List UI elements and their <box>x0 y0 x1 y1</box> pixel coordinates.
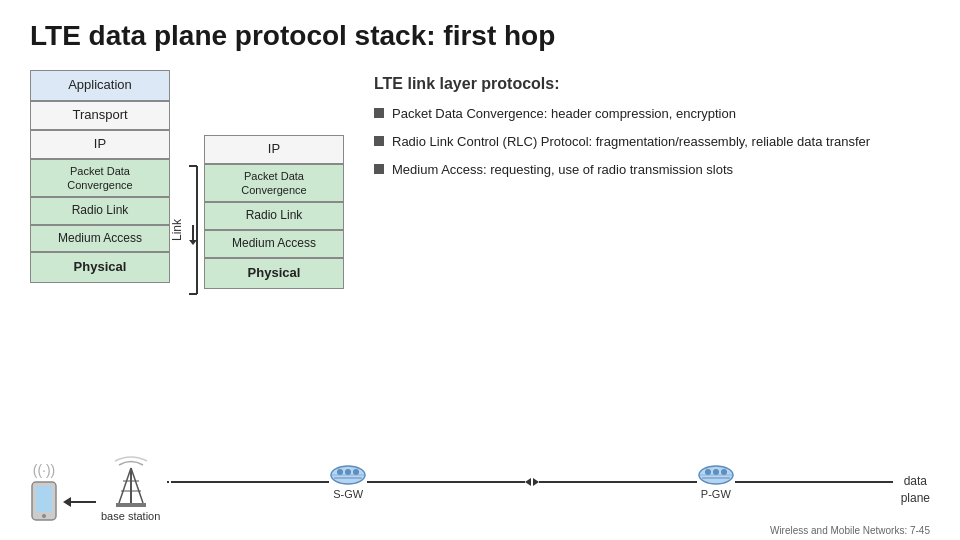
bottom-network: ((·)) <box>30 453 930 522</box>
tower-icon <box>111 453 151 508</box>
footer: Wireless and Mobile Networks: 7-45 <box>770 525 930 536</box>
svg-point-16 <box>345 469 351 475</box>
bullet-text-3: Medium Access: requesting, use of radio … <box>392 161 733 179</box>
bs-medium-access: Medium Access <box>204 230 344 258</box>
data-plane-label: dataplane <box>901 473 930 507</box>
svg-point-7 <box>42 514 46 518</box>
bs-physical: Physical <box>204 258 344 289</box>
ue-transport: Transport <box>30 101 170 130</box>
line2 <box>367 481 525 483</box>
data-plane-element: dataplane <box>901 473 930 507</box>
link-bracket-svg <box>187 165 199 295</box>
arrow-line <box>71 501 96 503</box>
stack-bs: IP Packet DataConvergence Radio Link Med… <box>204 135 344 289</box>
link-bracket-area: Link <box>170 165 204 295</box>
sgw-element: S-GW <box>329 464 367 500</box>
bullet-1: Packet Data Convergence: header compress… <box>374 105 930 123</box>
ue-medium-access: Medium Access <box>30 225 170 253</box>
bs-ip: IP <box>204 135 344 164</box>
ue-pdcp: Packet DataConvergence <box>30 159 170 198</box>
phone-icon <box>30 480 58 522</box>
page-title: LTE data plane protocol stack: first hop <box>30 20 930 52</box>
bullet-square-3 <box>374 164 384 174</box>
arrow-to-phone <box>63 497 96 507</box>
link-label: Link <box>170 219 184 241</box>
network-line: S-GW P-GW <box>165 464 892 500</box>
net-arrow-left <box>525 478 531 486</box>
wireless-signal: ((·)) <box>33 462 56 478</box>
pgw-element: P-GW <box>697 464 735 500</box>
bullet-text-2: Radio Link Control (RLC) Protocol: fragm… <box>392 133 870 151</box>
svg-line-10 <box>131 468 143 503</box>
pgw-icon <box>697 464 735 486</box>
slide: LTE data plane protocol stack: first hop… <box>0 0 960 540</box>
stack-bs-wrapper: IP Packet DataConvergence Radio Link Med… <box>204 70 344 289</box>
tower-element: base station <box>101 453 160 522</box>
svg-point-23 <box>721 469 727 475</box>
ue-physical: Physical <box>30 252 170 283</box>
pgw-label: P-GW <box>701 488 731 500</box>
bs-radio-link: Radio Link <box>204 202 344 230</box>
bullet-2: Radio Link Control (RLC) Protocol: fragm… <box>374 133 930 151</box>
phone-element: ((·)) <box>30 462 58 522</box>
dot1 <box>167 481 169 483</box>
content-area: Application Transport IP Packet DataConv… <box>30 70 930 295</box>
base-station-label: base station <box>101 510 160 522</box>
svg-point-15 <box>337 469 343 475</box>
svg-line-9 <box>119 468 131 503</box>
bullet-square-1 <box>374 108 384 118</box>
lte-info-panel: LTE link layer protocols: Packet Data Co… <box>374 70 930 190</box>
svg-rect-13 <box>116 503 146 507</box>
svg-point-22 <box>713 469 719 475</box>
line3 <box>539 481 697 483</box>
svg-marker-4 <box>189 240 197 245</box>
line1 <box>171 481 329 483</box>
bullet-text-1: Packet Data Convergence: header compress… <box>392 105 736 123</box>
line4 <box>735 481 893 483</box>
arrow-group <box>525 478 539 486</box>
bullet-square-2 <box>374 136 384 146</box>
svg-point-21 <box>705 469 711 475</box>
bs-pdcp: Packet DataConvergence <box>204 164 344 203</box>
sgw-label: S-GW <box>333 488 363 500</box>
ue-application: Application <box>30 70 170 101</box>
stacks-wrapper: Application Transport IP Packet DataConv… <box>30 70 344 295</box>
sgw-icon <box>329 464 367 486</box>
svg-rect-6 <box>36 486 52 512</box>
stack-ue: Application Transport IP Packet DataConv… <box>30 70 170 283</box>
bullet-3: Medium Access: requesting, use of radio … <box>374 161 930 179</box>
arrow-head <box>63 497 71 507</box>
ue-ip: IP <box>30 130 170 159</box>
lte-link-title: LTE link layer protocols: <box>374 75 930 93</box>
svg-point-17 <box>353 469 359 475</box>
ue-radio-link: Radio Link <box>30 197 170 225</box>
